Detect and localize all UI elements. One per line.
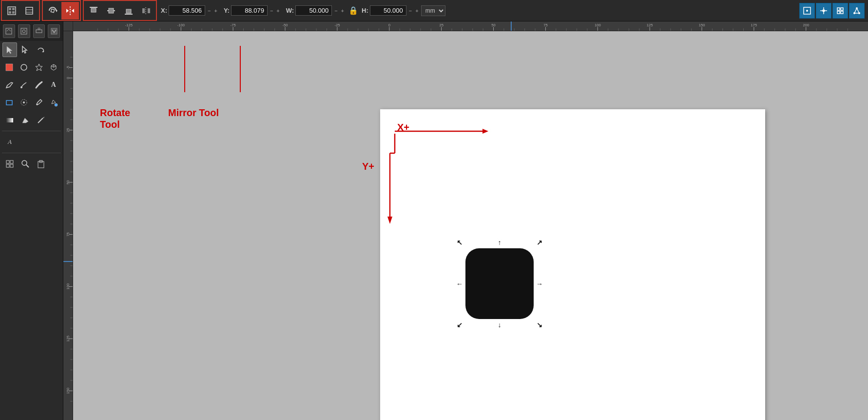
unit-select[interactable]: mm px in cm (421, 5, 445, 16)
rotate-select-btn[interactable] (34, 42, 48, 57)
svg-rect-3 (9, 11, 11, 14)
document-page (380, 109, 765, 420)
circle-tool-btn[interactable] (17, 60, 31, 75)
align-bottom-btn[interactable] (120, 2, 137, 20)
search-btn[interactable] (18, 157, 33, 171)
svg-rect-18 (126, 9, 131, 13)
x-input[interactable] (169, 5, 205, 16)
x-label: X: (161, 7, 167, 14)
3d-box-btn[interactable] (47, 60, 60, 75)
rotate-tool-label: RotateTool (100, 107, 130, 130)
tweak-tool-btn[interactable] (17, 95, 31, 110)
svg-point-31 (858, 12, 860, 14)
svg-marker-8 (56, 9, 58, 12)
handle-t[interactable]: ↑ (497, 240, 502, 245)
w-label: W: (286, 7, 294, 14)
y-input[interactable] (231, 5, 268, 16)
svg-rect-4 (12, 11, 15, 14)
clipboard-btn[interactable] (34, 157, 48, 171)
h-minus-btn[interactable]: − (408, 8, 413, 14)
handle-bl[interactable]: ↙ (457, 322, 462, 327)
handle-tr[interactable]: ↗ (537, 240, 542, 245)
handle-r[interactable]: → (537, 281, 542, 286)
snap-group (796, 2, 868, 19)
horizontal-ruler: -125-100-75-50-250255075100125150175200 (73, 21, 868, 31)
snap-btn-2[interactable] (816, 3, 831, 19)
wand-tool-btn[interactable] (34, 113, 48, 127)
tool-row-2 (0, 59, 63, 76)
tool-row-5 (0, 111, 63, 129)
gradient-tool-btn[interactable] (2, 113, 17, 127)
align-top-btn[interactable] (85, 2, 102, 20)
symbol-tool-btn[interactable] (2, 157, 17, 171)
canvas-area[interactable]: ↖ ↗ ↙ ↘ ↑ ↓ ← → RotateTool Mirror Tool X… (73, 31, 868, 420)
svg-text:0: 0 (388, 23, 390, 27)
tool-row-6: A (0, 133, 63, 151)
snap-btn-1[interactable] (799, 3, 815, 19)
object-shape (465, 248, 534, 319)
h-plus-btn[interactable]: + (414, 8, 419, 14)
w-input[interactable] (295, 5, 332, 16)
svg-point-34 (22, 30, 25, 33)
view-btn-1[interactable] (3, 2, 20, 20)
sidebar-top-btn-4[interactable] (48, 24, 60, 38)
svg-text:175: 175 (751, 23, 757, 27)
sidebar-top-btn-2[interactable] (18, 24, 30, 38)
svg-rect-5 (26, 7, 33, 14)
sidebar-top-btn-3[interactable] (33, 24, 45, 38)
svg-line-60 (26, 165, 29, 167)
svg-rect-25 (837, 8, 840, 10)
mirror-tool-btn[interactable] (61, 2, 79, 20)
svg-point-50 (36, 104, 38, 105)
svg-marker-54 (43, 117, 44, 118)
svg-point-40 (21, 64, 27, 70)
text-tool-btn[interactable]: A (47, 78, 60, 92)
rect-tool-btn[interactable] (2, 95, 16, 110)
svg-text:0: 0 (66, 77, 70, 79)
svg-text:-125: -125 (125, 23, 133, 27)
align-center-h-btn[interactable] (102, 2, 120, 20)
w-plus-btn[interactable]: + (340, 8, 345, 14)
svg-line-44 (54, 66, 56, 67)
node-edit-btn[interactable] (18, 42, 33, 57)
select-tool-btn[interactable] (2, 42, 17, 57)
rotate-tool-btn[interactable] (44, 2, 61, 20)
eraser-tool-btn[interactable] (18, 113, 33, 127)
handle-br[interactable]: ↘ (537, 322, 542, 327)
transform-group (42, 0, 81, 21)
eyedropper-btn[interactable] (32, 95, 46, 110)
svg-rect-16 (109, 8, 114, 13)
pencil-tool-btn[interactable] (2, 78, 16, 92)
y-plus-btn[interactable]: + (275, 8, 280, 14)
svg-line-53 (38, 118, 43, 123)
svg-point-23 (806, 10, 808, 12)
x-minus-btn[interactable]: − (207, 8, 212, 14)
snap-btn-3[interactable] (832, 3, 848, 19)
svg-text:200: 200 (803, 23, 809, 27)
svg-marker-41 (36, 64, 42, 71)
sidebar-top-btn-1[interactable] (3, 24, 15, 38)
y-minus-btn[interactable]: − (269, 8, 274, 14)
paint-bucket-btn[interactable] (47, 95, 60, 110)
calligraphy-btn[interactable] (32, 78, 46, 92)
handle-b[interactable]: ↓ (497, 322, 502, 327)
svg-point-36 (38, 28, 40, 30)
handle-tl[interactable]: ↖ (457, 240, 462, 245)
tool-row-3: A (0, 76, 63, 94)
w-minus-btn[interactable]: − (333, 8, 338, 14)
x-plus-btn[interactable]: + (213, 8, 218, 14)
h-input[interactable] (370, 5, 406, 16)
x-plus-label: X+ (397, 121, 409, 133)
view-btn-2[interactable] (20, 2, 38, 20)
fill-color-btn[interactable] (2, 60, 16, 75)
snap-btn-4[interactable] (849, 3, 865, 19)
selected-object[interactable]: ↖ ↗ ↙ ↘ ↑ ↓ ← → (458, 241, 541, 326)
svg-text:125: 125 (647, 23, 653, 27)
svg-rect-58 (10, 164, 13, 167)
handle-l[interactable]: ← (457, 281, 462, 286)
align-distribute-btn[interactable] (137, 2, 155, 20)
star-tool-btn[interactable] (32, 60, 46, 75)
pen-tool-btn[interactable] (17, 78, 31, 92)
font-text-btn[interactable]: A (2, 135, 17, 149)
mirror-tool-label: Mirror Tool (168, 107, 219, 119)
